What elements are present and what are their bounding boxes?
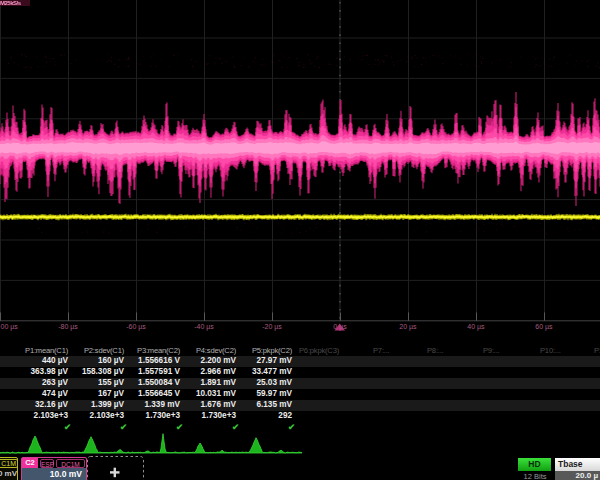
svg-text:-80 µs: -80 µs (58, 323, 78, 331)
svg-text:60 µs: 60 µs (535, 323, 553, 331)
svg-text:-60 µs: -60 µs (126, 323, 146, 331)
svg-text:0 µs: 0 µs (333, 323, 347, 331)
svg-text:00 µs: 00 µs (1, 323, 19, 331)
svg-text:40 µs: 40 µs (467, 323, 485, 331)
svg-text:20 µs: 20 µs (399, 323, 417, 331)
svg-text:-40 µs: -40 µs (194, 323, 214, 331)
svg-text:-20 µs: -20 µs (262, 323, 282, 331)
